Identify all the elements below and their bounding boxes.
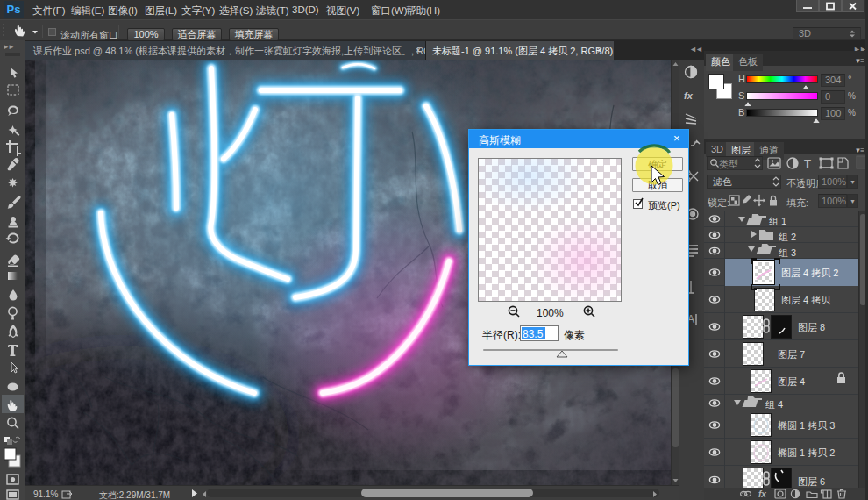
svg-text:T: T: [804, 157, 811, 170]
svg-text:fx: fx: [758, 489, 766, 499]
svg-text:fx: fx: [684, 90, 694, 101]
svg-text:►►: ►►: [3, 43, 14, 51]
